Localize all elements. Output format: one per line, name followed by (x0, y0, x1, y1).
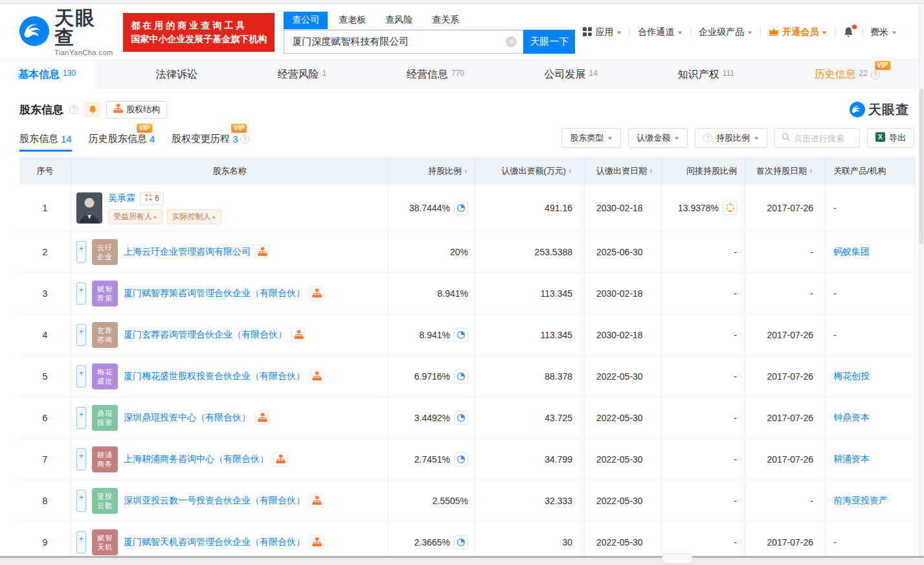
shareholder-name-link[interactable]: 深圳鼎琨投资中心（有限合伙） (124, 412, 251, 424)
search-tab-查风险[interactable]: 查风险 (377, 12, 421, 29)
shareholder-name-link[interactable]: 厦门赋智天机咨询管理合伙企业（有限合伙） (124, 536, 305, 548)
help-icon[interactable]: ? (69, 105, 78, 114)
nav-tab-知识产权[interactable]: 知识产权111 (660, 60, 752, 89)
equity-structure-icon-button[interactable] (310, 369, 324, 384)
indirect-ratio-value: - (734, 247, 737, 257)
monitor-bell-button[interactable] (84, 102, 100, 117)
search-tab-查公司[interactable]: 查公司 (284, 12, 328, 29)
ratio-history-pie-button[interactable] (454, 535, 468, 549)
menu-partner[interactable]: 合作通道▼ (630, 27, 690, 38)
shareholder-name-link[interactable]: 吴承霖 (108, 192, 135, 204)
nav-tab-经营信息[interactable]: 经营信息770 (389, 60, 482, 89)
avatar-text: 耕涌 (97, 450, 113, 459)
search-button[interactable]: 天眼一下 (523, 30, 575, 54)
equity-structure-button[interactable]: 股权结构 (106, 101, 167, 119)
ratio-history-pie-button[interactable] (454, 201, 468, 215)
seq-number: 8 (43, 496, 48, 506)
related-product-link[interactable]: 钟鼎资本 (833, 412, 870, 424)
menu-user[interactable]: 费米▼ (862, 27, 905, 38)
indirect-ratio-cell: 13.9378% (662, 185, 745, 231)
first-date-cell: - (745, 480, 826, 522)
company-avatar: 耕涌商务 (92, 446, 118, 472)
subtab-股权变更历程[interactable]: 股权变更历程3?VIP (172, 133, 249, 152)
menu-apps[interactable]: 应用▼ (575, 27, 629, 38)
shareholder-name-link[interactable]: 深圳亚投云数一号投资合伙企业（有限合伙） (124, 495, 305, 507)
nav-tab-count: 770 (451, 69, 464, 78)
vertical-scrollbar[interactable] (919, 5, 924, 556)
shareholder-name-link[interactable]: 厦门玄荐咨询管理合伙企业（有限合伙） (124, 329, 287, 341)
tag-受益所有人[interactable]: 受益所有人 ▸ (108, 209, 163, 224)
relation-count-badge[interactable]: 6 (140, 192, 164, 205)
column-header-首次持股日期[interactable]: 首次持股日期▲▼ (745, 157, 826, 185)
name-cell: +云玗企业上海云玗企业管理咨询有限公司 (71, 231, 389, 273)
equity-structure-icon-button[interactable] (255, 245, 269, 259)
filter-shareholder-type[interactable]: 股东类型▼ (561, 128, 621, 148)
vip-badge: VIP (875, 61, 890, 70)
shareholder-name-link[interactable]: 厦门赋智荐策咨询管理合伙企业（有限合伙） (124, 288, 305, 299)
export-button[interactable]: X 导出 (867, 128, 914, 148)
equity-structure-icon-button[interactable] (310, 494, 324, 508)
related-product-link[interactable]: 蚂蚁集团 (833, 246, 870, 258)
menu-enterprise[interactable]: 企业级产品▼ (691, 27, 760, 38)
column-header-持股比例[interactable]: 持股比例▲▼ (389, 157, 475, 185)
horizontal-scrollbar-handle[interactable] (662, 553, 693, 564)
indirect-ratio-detail-button[interactable] (723, 201, 737, 215)
logo-title: 天眼查 (54, 8, 115, 47)
nav-tab-公司发展[interactable]: 公司发展14 (526, 60, 616, 89)
subtab-历史股东信息[interactable]: 历史股东信息4VIP (89, 133, 155, 152)
equity-structure-icon-button[interactable] (310, 286, 324, 301)
equity-structure-icon-button[interactable] (273, 452, 287, 467)
shareholder-name-link[interactable]: 上海云玗企业管理咨询有限公司 (124, 246, 251, 258)
search-tab-查关系[interactable]: 查关系 (423, 12, 468, 29)
shareholder-name-link[interactable]: 厦门梅花盛世股权投资合伙企业（有限合伙） (124, 371, 305, 382)
expand-button[interactable]: + (76, 448, 86, 470)
search-input[interactable] (284, 30, 523, 54)
expand-button[interactable]: + (76, 282, 86, 305)
nav-tab-经营风险[interactable]: 经营风险1 (259, 60, 344, 89)
ratio-history-pie-button[interactable] (454, 328, 468, 342)
column-header-label: 股东名称 (213, 165, 247, 177)
nav-tab-基本信息[interactable]: 基本信息130 (0, 60, 94, 89)
menu-notifications[interactable] (835, 27, 862, 38)
table-row: 4+玄荐咨询厦门玄荐咨询管理合伙企业（有限合伙）8.941%113.345203… (19, 314, 915, 356)
nav-tab-count: 111 (723, 69, 734, 78)
clear-search-icon[interactable]: ✕ (506, 36, 517, 47)
subtab-股东信息[interactable]: 股东信息14 (19, 133, 72, 152)
indirect-ratio-value: - (734, 537, 737, 548)
table-search-box[interactable] (774, 128, 860, 148)
expand-button[interactable]: + (76, 531, 86, 553)
equity-structure-icon-button[interactable] (255, 411, 269, 425)
tag-实际控制人[interactable]: 实际控制人 ▸ (167, 209, 221, 224)
tianyancha-logo[interactable]: 天眼查 TianYanCha.com (19, 8, 115, 56)
expand-button[interactable]: + (76, 324, 86, 346)
related-product-link[interactable]: 梅花创投 (833, 371, 870, 382)
column-header-认缴出资日期[interactable]: 认缴出资日期▲▼ (585, 157, 662, 185)
column-header-label: 关联产品/机构 (833, 165, 886, 177)
vertical-scrollbar-handle[interactable] (919, 89, 923, 244)
expand-button[interactable]: + (76, 407, 86, 429)
expand-button[interactable]: + (76, 490, 86, 512)
ratio-history-pie-button[interactable] (454, 369, 468, 384)
expand-button[interactable]: + (76, 365, 86, 387)
chevron-down-icon: ▼ (747, 30, 754, 36)
ratio-history-pie-button[interactable] (454, 452, 468, 467)
nav-tab-历史信息[interactable]: 历史信息22?VIP (796, 60, 898, 89)
menu-vip[interactable]: 开通会员▼ (761, 27, 835, 38)
horizontal-scrollbar[interactable] (0, 556, 924, 565)
search-tab-查老板[interactable]: 查老板 (330, 12, 374, 29)
table-search-input[interactable] (794, 133, 853, 143)
nav-tab-法律诉讼[interactable]: 法律诉讼 (138, 60, 216, 89)
equity-structure-icon-button[interactable] (310, 535, 324, 549)
filter-subscribed-amount[interactable]: 认缴金额▼ (628, 128, 688, 148)
subtab-label: 股东信息 (19, 133, 58, 145)
filter-shareholding-ratio[interactable]: ? 持股比例▼ (695, 128, 767, 148)
equity-structure-icon-button[interactable] (291, 328, 306, 342)
column-header-认缴出资额(万元)[interactable]: 认缴出资额(万元)▲▼ (475, 157, 585, 185)
company-avatar: 赋智荐策 (92, 281, 118, 306)
related-product-link[interactable]: 耕涌资本 (833, 454, 870, 465)
shareholder-name-link[interactable]: 上海耕涌商务咨询中心（有限合伙） (124, 454, 269, 465)
amount-cell: 43.725 (475, 397, 585, 439)
related-product-link[interactable]: 前海亚投资产 (833, 495, 888, 507)
expand-button[interactable]: + (76, 241, 86, 263)
ratio-history-pie-button[interactable] (454, 411, 468, 425)
